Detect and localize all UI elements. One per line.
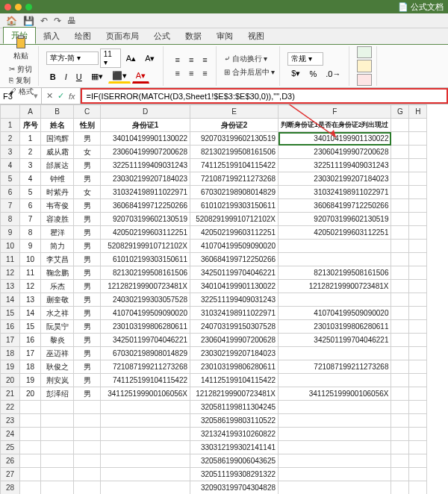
close-dot[interactable] <box>4 4 11 10</box>
name-box[interactable]: F3▾ <box>0 88 42 104</box>
select-all-cell[interactable] <box>1 105 20 119</box>
row-header[interactable]: 25 <box>1 441 20 454</box>
cell[interactable] <box>279 374 391 387</box>
cell[interactable] <box>391 387 409 401</box>
cell[interactable] <box>409 266 427 280</box>
cell[interactable] <box>409 146 427 159</box>
font-color-button[interactable]: A▾ <box>132 69 149 84</box>
cell[interactable] <box>391 240 409 253</box>
cell[interactable]: 男 <box>74 347 101 360</box>
align-middle-button[interactable]: ≡ <box>185 54 197 66</box>
cell[interactable] <box>409 320 427 334</box>
cell[interactable]: 410704199509090020 <box>279 307 391 320</box>
row-header[interactable]: 1 <box>1 119 20 132</box>
underline-button[interactable]: U <box>72 71 86 83</box>
header-cell[interactable]: 姓名 <box>41 119 74 132</box>
currency-button[interactable]: $▾ <box>287 67 304 80</box>
print-icon[interactable]: 🖶 <box>67 16 76 26</box>
font-size-select[interactable]: 11 ▾ <box>100 49 121 68</box>
cell[interactable] <box>409 374 427 387</box>
cell[interactable]: 2 <box>20 146 41 159</box>
row-header[interactable]: 24 <box>1 428 20 441</box>
cell[interactable]: 420502199603112251 <box>279 226 391 240</box>
cell[interactable]: 230604199907200628 <box>279 146 391 159</box>
cell[interactable]: 男 <box>74 280 101 293</box>
row-header[interactable]: 11 <box>1 253 20 266</box>
cell[interactable]: 230103199806280611 <box>101 320 190 334</box>
cell[interactable]: 19 <box>20 374 41 387</box>
cell[interactable]: 240302199303057528 <box>101 293 190 307</box>
cell[interactable]: 国鸿辉 <box>41 132 74 146</box>
cell[interactable]: 410704199509090020 <box>190 240 279 253</box>
wrap-text-button[interactable]: ⤶ 自动换行 ▾ <box>224 54 276 64</box>
cell[interactable]: 230604199907200628 <box>190 334 279 347</box>
cell[interactable] <box>279 293 391 307</box>
cell[interactable]: 12 <box>20 280 41 293</box>
cell[interactable]: 8 <box>20 226 41 240</box>
cell[interactable]: 320586199803110522 <box>190 414 279 428</box>
cell[interactable] <box>279 253 391 266</box>
cell[interactable]: 男 <box>74 307 101 320</box>
cell[interactable]: 340104199901130022 <box>101 132 190 146</box>
cell[interactable]: 男 <box>74 374 101 387</box>
cell[interactable]: 340104199901130022 <box>279 132 391 146</box>
header-cell[interactable]: 身份证2 <box>190 119 279 132</box>
cell[interactable] <box>409 159 427 172</box>
cell[interactable]: 322511199409031243 <box>190 293 279 307</box>
row-header[interactable]: 23 <box>1 414 20 428</box>
fx-icon[interactable]: fx <box>69 92 75 101</box>
cell[interactable]: 阮昊宁 <box>41 320 74 334</box>
cell[interactable]: 男 <box>74 320 101 334</box>
cell[interactable]: 彭泽绍 <box>41 387 74 401</box>
cell[interactable]: 230103199806280611 <box>190 360 279 374</box>
cell[interactable] <box>409 199 427 213</box>
save-icon[interactable]: 💾 <box>23 16 34 26</box>
cell[interactable]: 3 <box>20 159 41 172</box>
row-header[interactable]: 9 <box>1 226 20 240</box>
cell[interactable] <box>391 159 409 172</box>
cell[interactable]: 20 <box>20 387 41 401</box>
cell[interactable]: 360684199712250266 <box>101 199 190 213</box>
cell[interactable]: 10 <box>20 253 41 266</box>
cell[interactable]: 威从霜 <box>41 146 74 159</box>
row-header[interactable]: 7 <box>1 199 20 213</box>
cell[interactable]: 容凌胜 <box>41 213 74 226</box>
cell[interactable] <box>409 226 427 240</box>
cell[interactable]: 6 <box>20 199 41 213</box>
cell[interactable]: 821302199508161506 <box>190 146 279 159</box>
fill-color-button[interactable]: ⬛▾ <box>108 69 131 84</box>
row-header[interactable]: 18 <box>1 347 20 360</box>
italic-button[interactable]: I <box>61 71 71 83</box>
tab-2[interactable]: 绘图 <box>67 28 99 44</box>
row-header[interactable]: 22 <box>1 401 20 414</box>
row-header[interactable]: 14 <box>1 293 20 307</box>
cell[interactable]: 721087199211273268 <box>101 360 190 374</box>
cell[interactable] <box>391 132 409 146</box>
cell[interactable]: 瞿洋 <box>41 226 74 240</box>
cell[interactable]: 男 <box>74 132 101 146</box>
cell[interactable]: 320511199308291322 <box>190 468 279 481</box>
cell[interactable]: 时紫丹 <box>41 186 74 199</box>
cell[interactable]: 16 <box>20 334 41 347</box>
cell[interactable] <box>409 240 427 253</box>
bold-button[interactable]: B <box>46 71 60 83</box>
row-header[interactable]: 16 <box>1 320 20 334</box>
cell[interactable]: 男 <box>74 226 101 240</box>
cell[interactable]: 610102199303150611 <box>190 199 279 213</box>
cell[interactable]: 121282199900723481X <box>101 280 190 293</box>
copy-button[interactable]: ⎘ 复制 <box>9 75 34 86</box>
decimal-incr-button[interactable]: .0→ <box>322 68 344 80</box>
increase-font-button[interactable]: A▴ <box>122 52 140 65</box>
cell[interactable]: 520829199910712102X <box>190 213 279 226</box>
cell[interactable]: 邰展达 <box>41 159 74 172</box>
cell[interactable]: 男 <box>74 293 101 307</box>
tab-5[interactable]: 数据 <box>178 28 209 44</box>
cell[interactable]: 920703199602130519 <box>101 213 190 226</box>
cell[interactable]: 141125199104115422 <box>190 374 279 387</box>
cell[interactable]: 721087199211273268 <box>279 360 391 374</box>
cell[interactable] <box>409 172 427 186</box>
cell[interactable]: 230302199207184023 <box>279 172 391 186</box>
cell[interactable] <box>391 293 409 307</box>
cell[interactable]: 男 <box>74 213 101 226</box>
cell[interactable]: 322511199409031243 <box>101 159 190 172</box>
